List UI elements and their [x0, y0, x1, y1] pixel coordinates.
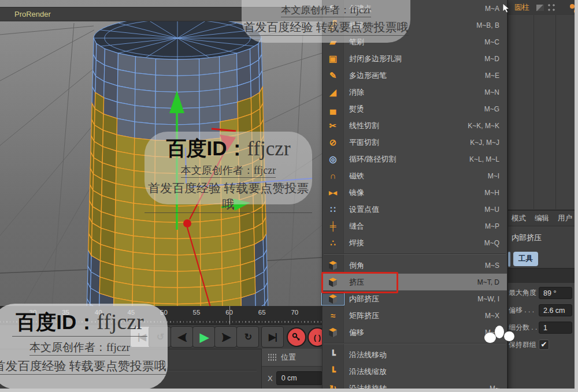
menu-item-shortcut: K~L, M~L [469, 155, 507, 163]
menu-item-label: 平面切割 [343, 137, 470, 148]
attribute-tab-row: 工具 [508, 251, 578, 269]
menu-item-weld[interactable]: ∴焊接M~Q [323, 234, 507, 251]
menu-item-polygon-pen[interactable]: ✎多边形画笔M~E [323, 67, 507, 84]
play-button[interactable]: ▶ [192, 326, 215, 348]
menu-item-label: 消除 [343, 87, 484, 98]
record-position-button[interactable] [287, 327, 306, 347]
next-frame-button[interactable]: )▶ [214, 326, 237, 348]
menu-item-shortcut: M~T, D [477, 278, 507, 286]
window-border-right [575, 0, 578, 392]
smooth-shift-icon [323, 327, 343, 338]
object-name[interactable]: 圆柱 [514, 2, 529, 13]
x-position-input[interactable]: 0 cm [276, 371, 323, 385]
menu-item-label: 熨烫 [343, 104, 484, 114]
previous-frame-button[interactable]: ◀( [171, 326, 193, 348]
option-value-input[interactable]: 89 ° [539, 287, 572, 299]
tab-tool[interactable]: 工具 [513, 252, 538, 266]
menu-item-loop-path-cut[interactable]: ◎循环/路径切割K~L, M~L [323, 151, 507, 167]
menu-item-set-point-value[interactable]: ∷设置点值M~U [323, 201, 507, 218]
keep-groups-checkbox[interactable]: ✔ [539, 339, 549, 350]
iron-icon: ▄ [323, 104, 343, 114]
menu-item-shortcut: M~U [484, 206, 507, 214]
menu-item-close-polygon-hole[interactable]: ▣封闭多边形孔洞M~D [323, 50, 507, 67]
menu-item-plane-cut[interactable]: ⊘平面切割K~J, M~J [323, 134, 507, 151]
menu-separator [323, 341, 507, 346]
om-divider [555, 15, 556, 209]
menu-item-label: 倒角 [343, 260, 485, 271]
attribute-manager-menubar: 模式编辑用户 [508, 210, 578, 226]
menu-item-label: 偏移 [343, 327, 485, 338]
ruler-mark-70: 70 [286, 309, 303, 316]
menu-item-shortcut: M~E [485, 72, 507, 80]
options-group-band [508, 269, 578, 283]
om-divider [533, 15, 534, 209]
weld-icon: ∴ [323, 238, 343, 248]
option-label: 偏移 . . . [509, 305, 539, 315]
visibility-dots-icon[interactable] [547, 3, 555, 12]
menu-item-mirror[interactable]: ▶◀镜像M~H [323, 184, 507, 201]
tool-option-row: 保持群组✔ [508, 336, 578, 353]
watermark-bottom: 百度ID：ffjczr 本文原创作者：ffjczr 首发百度经验 转载要点赞投票… [0, 304, 168, 389]
object-manager-body[interactable] [508, 15, 578, 209]
option-value-input[interactable]: 1 [539, 322, 572, 334]
menu-item-shortcut: M~Q [484, 239, 507, 247]
tool-option-row: 最大角度89 ° [508, 284, 578, 301]
am-menu-2[interactable]: 用户 [558, 214, 572, 223]
tool-options: 最大角度89 °偏移 . . .2.6 cm细分数 . .1保持群组✔ [508, 284, 578, 353]
dissolve-icon: ◢ [323, 87, 343, 98]
object-manager-row[interactable]: 圆柱 [508, 0, 578, 16]
menu-item-shortcut: M~C [484, 38, 507, 46]
ruler-mark-55: 55 [188, 309, 205, 316]
plane-cut-icon: ⊘ [323, 137, 343, 148]
next-key-button[interactable]: ↻ [236, 326, 259, 348]
menu-item-move-along-normals[interactable]: ┗沿法线移动 [323, 346, 507, 363]
menu-item-dissolve[interactable]: ◢消除M~N [323, 84, 507, 100]
loop-cut-icon: ◎ [323, 154, 343, 165]
object-enabled-dot-icon[interactable] [570, 4, 575, 9]
am-menu-0[interactable]: 模式 [512, 214, 526, 223]
menu-item-line-cut[interactable]: ✂线性切割K~K, M~K [323, 117, 507, 134]
menu-item-shortcut: M~H [484, 189, 507, 197]
mouse-cursor-icon [502, 3, 510, 14]
menu-item-matrix-extrude[interactable]: ≈矩阵挤压M~X [323, 307, 507, 324]
scale-normals-icon: ┗ [323, 367, 343, 377]
menu-item-magnet[interactable]: ∩磁铁M~I [323, 167, 507, 184]
active-tool-name: 内部挤压 [512, 233, 542, 243]
menu-item-shortcut: M~W, I [477, 295, 507, 303]
menu-item-label: 封闭多边形孔洞 [343, 54, 484, 64]
menu-item-bevel[interactable]: 倒角M~S [323, 257, 507, 274]
stitch-icon: ╪ [323, 221, 343, 231]
magnet-icon: ∩ [323, 171, 343, 181]
window-border-bottom [0, 389, 578, 392]
menu-item-stitch-and-sew[interactable]: ╪缝合M~P [323, 218, 507, 234]
layer-color-icon[interactable] [536, 5, 544, 11]
position-panel-header[interactable]: 位置 [262, 349, 323, 367]
menu-item-smooth-shift[interactable]: 偏移M~Y [323, 324, 507, 341]
menu-item-shortcut: M~G [484, 105, 507, 113]
position-panel-title: 位置 [281, 352, 296, 363]
polygon-pen-icon: ✎ [323, 70, 343, 81]
menu-item-shortcut: M~B, B [476, 21, 507, 29]
cursor-highlight-blobs [483, 323, 517, 348]
go-to-end-button[interactable]: ▶| [261, 326, 284, 348]
knife-icon: ✂ [323, 121, 343, 131]
am-menu-1[interactable]: 编辑 [535, 214, 549, 223]
menu-item-label: 焊接 [343, 238, 484, 248]
watermark-top: 百度ID：ffjczr 本文原创作者：ffjczr 首发百度经验 转载要点赞投票… [242, 0, 410, 43]
extrude-highlight-box [321, 272, 398, 293]
menu-item-shortcut: M~X [485, 312, 507, 320]
ruler-mark-65: 65 [253, 309, 271, 316]
menu-item-label: 磁铁 [343, 171, 488, 181]
mirror-icon: ▶◀ [323, 190, 343, 196]
menu-item-scale-along-normals[interactable]: ┗沿法线缩放 [323, 363, 507, 380]
tool-option-row: 细分数 . .1 [508, 319, 578, 336]
menu-item-shortcut: M~N [484, 88, 507, 96]
prorender-menu[interactable]: ProRender [14, 10, 51, 18]
cinema4d-window: ProRender 303540455055606570 |◀↺◀(▶)▶↻▶|… [0, 0, 578, 392]
menu-item-label: 沿法线移动 [343, 350, 499, 360]
option-value-input[interactable]: 2.6 cm [539, 304, 572, 316]
menu-item-iron[interactable]: ▄熨烫M~G [323, 100, 507, 117]
move-normals-icon: ┗ [323, 350, 343, 360]
playhead[interactable] [229, 306, 230, 324]
close-polygon-hole-icon: ▣ [323, 54, 343, 64]
